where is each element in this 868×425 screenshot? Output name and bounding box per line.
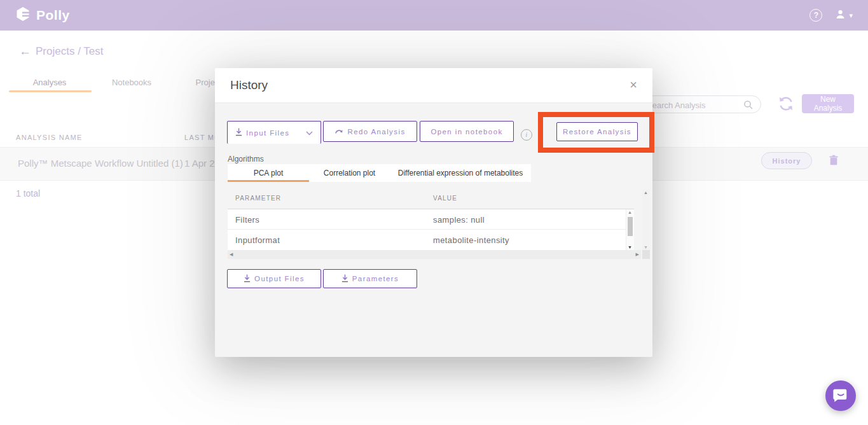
analysis-name[interactable]: Polly™ Metscape Workflow Untitled (1) (18, 158, 183, 169)
input-files-label-group: Input Files (235, 128, 289, 137)
param-value: samples: null (433, 215, 485, 225)
tab-analyses[interactable]: Analyses (9, 78, 90, 87)
chat-bubble-icon (832, 387, 849, 405)
param-value: metabolite-intensity (433, 235, 509, 245)
open-in-notebook-button[interactable]: Open in notebook (420, 121, 514, 142)
param-name: Inputformat (235, 235, 280, 245)
app-header: Polly ? ▾ (0, 0, 868, 31)
scroll-up-icon[interactable]: ▲ (628, 210, 632, 214)
restore-analysis-highlight (538, 112, 654, 153)
polly-logo-icon (15, 6, 31, 24)
parameters-label: Parameters (352, 275, 399, 282)
user-icon (835, 9, 846, 22)
app-title: Polly (36, 8, 70, 23)
output-files-label: Output Files (254, 275, 305, 282)
user-menu[interactable]: ▾ (835, 9, 853, 22)
modal-title: History (230, 78, 268, 92)
table-vertical-scrollbar[interactable]: ▲ ▼ (626, 209, 634, 250)
parameters-table: Filters samples: null Inputformat metabo… (228, 209, 626, 250)
polly-logo[interactable]: Polly (15, 6, 70, 24)
param-name: Filters (235, 215, 259, 225)
new-analysis-button[interactable]: New Analysis (802, 94, 854, 113)
download-icon (341, 274, 348, 284)
value-column-header: VALUE (433, 195, 457, 202)
download-icon (235, 128, 242, 137)
scroll-right-icon[interactable]: ▶ (636, 252, 639, 257)
search-box (636, 95, 761, 113)
info-icon[interactable]: i (521, 129, 532, 141)
header-actions: ? ▾ (809, 9, 853, 22)
tab-correlation-plot[interactable]: Correlation plot (309, 164, 390, 182)
history-button[interactable]: History (761, 152, 812, 169)
redo-analysis-button[interactable]: Redo Analysis (323, 121, 417, 142)
chevron-down-icon: ▾ (849, 11, 853, 20)
back-arrow-icon[interactable]: ← (19, 45, 31, 59)
scrollbar-thumb[interactable] (628, 217, 633, 236)
input-files-label: Input Files (246, 129, 289, 137)
tab-differential-expression[interactable]: Differential expression of metabolites (390, 164, 531, 182)
redo-icon (334, 127, 343, 136)
input-files-button[interactable]: Input Files (227, 121, 321, 144)
app-window: Polly ? ▾ ← Projects / Test Analyses Not… (0, 0, 868, 425)
table-horizontal-scrollbar[interactable]: ◀ ▶ (228, 250, 641, 259)
param-row-filters: Filters samples: null (228, 209, 626, 230)
total-count: 1 total (16, 188, 40, 199)
breadcrumb[interactable]: ← Projects / Test (19, 45, 103, 59)
panel-vertical-scrollbar[interactable]: ▲ ▼ (642, 190, 650, 250)
refresh-icon[interactable] (778, 95, 794, 112)
scrollbar-corner (642, 250, 650, 259)
close-icon[interactable]: × (624, 76, 642, 94)
download-icon (244, 274, 251, 284)
active-tab-underline (9, 90, 92, 92)
scroll-down-icon[interactable]: ▼ (628, 245, 632, 249)
redo-analysis-label: Redo Analysis (347, 128, 405, 136)
scroll-left-icon[interactable]: ◀ (230, 252, 233, 257)
modal-header: History × (215, 68, 652, 103)
delete-icon[interactable] (828, 155, 839, 166)
parameters-button[interactable]: Parameters (323, 269, 417, 288)
scroll-up-icon[interactable]: ▲ (644, 190, 648, 195)
help-icon[interactable]: ? (809, 9, 822, 22)
tab-notebooks[interactable]: Notebooks (92, 78, 172, 87)
tab-pca-plot[interactable]: PCA plot (228, 164, 309, 182)
scroll-down-icon[interactable]: ▼ (644, 245, 648, 249)
search-input[interactable] (645, 97, 737, 113)
algorithms-label: Algorithms (228, 155, 264, 164)
search-icon[interactable] (743, 100, 754, 113)
column-analysis-name: ANALYSIS NAME (16, 134, 83, 141)
param-row-inputformat: Inputformat metabolite-intensity (228, 230, 626, 250)
output-files-button[interactable]: Output Files (227, 269, 321, 288)
chevron-down-icon (306, 129, 313, 137)
chat-widget-button[interactable] (825, 380, 856, 411)
breadcrumb-path: Projects / Test (36, 45, 103, 58)
algorithm-tabs: PCA plot Correlation plot Differential e… (228, 164, 531, 182)
param-column-header: PARAMETER (235, 195, 281, 202)
